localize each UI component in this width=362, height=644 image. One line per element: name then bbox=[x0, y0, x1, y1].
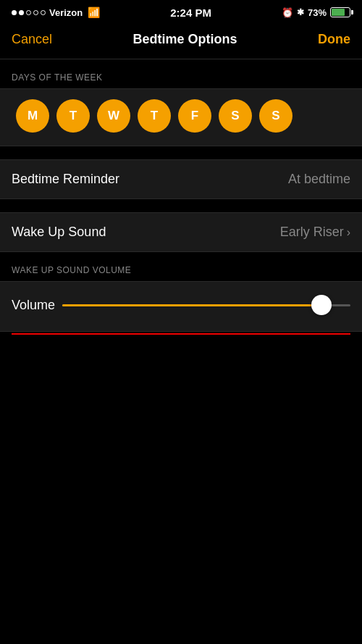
time-label: 2:24 PM bbox=[170, 7, 211, 19]
gap-1 bbox=[0, 146, 362, 159]
cancel-button[interactable]: Cancel bbox=[12, 32, 52, 47]
volume-section-label: WAKE UP SOUND VOLUME bbox=[0, 252, 362, 281]
carrier-label: Verizon bbox=[49, 7, 83, 18]
battery-percent: 73% bbox=[308, 7, 327, 18]
days-section-label: DAYS OF THE WEEK bbox=[0, 59, 362, 88]
day-circle-4[interactable]: F bbox=[178, 99, 211, 133]
days-row: MTWTFSS bbox=[12, 99, 350, 133]
status-bar: Verizon 📶 2:24 PM ⏰ ✱ 73% bbox=[0, 0, 362, 23]
day-circle-1[interactable]: T bbox=[56, 99, 90, 133]
signal-dot-3 bbox=[26, 10, 31, 15]
signal-dot-1 bbox=[12, 10, 17, 15]
signal-dot-2 bbox=[19, 10, 24, 15]
alarm-icon: ⏰ bbox=[282, 7, 293, 18]
battery-fill bbox=[332, 9, 345, 16]
volume-section: Volume bbox=[0, 281, 362, 332]
volume-label: Volume bbox=[12, 298, 55, 313]
chevron-right-icon: › bbox=[347, 226, 350, 239]
status-right: ⏰ ✱ 73% bbox=[282, 7, 350, 18]
day-circle-3[interactable]: T bbox=[138, 99, 171, 133]
bedtime-reminder-row[interactable]: Bedtime Reminder At bedtime bbox=[0, 159, 362, 199]
page-title: Bedtime Options bbox=[133, 32, 237, 47]
nav-bar: Cancel Bedtime Options Done bbox=[0, 23, 362, 59]
signal-dot-4 bbox=[33, 10, 38, 15]
slider-thumb[interactable] bbox=[311, 295, 332, 315]
signal-dots bbox=[12, 10, 46, 15]
bedtime-reminder-value: At bedtime bbox=[288, 172, 350, 187]
red-underline bbox=[12, 333, 350, 335]
battery-icon bbox=[330, 7, 350, 17]
status-left: Verizon 📶 bbox=[12, 7, 100, 18]
day-circle-0[interactable]: M bbox=[16, 99, 49, 133]
gap-2 bbox=[0, 199, 362, 212]
done-button[interactable]: Done bbox=[318, 32, 350, 47]
days-section: MTWTFSS bbox=[0, 88, 362, 146]
day-circle-6[interactable]: S bbox=[259, 99, 292, 133]
day-circle-5[interactable]: S bbox=[219, 99, 252, 133]
wake-up-sound-value: Early Riser › bbox=[280, 225, 350, 240]
day-circle-2[interactable]: W bbox=[97, 99, 130, 133]
bluetooth-icon: ✱ bbox=[297, 7, 304, 17]
wifi-icon: 📶 bbox=[88, 7, 100, 18]
wake-up-sound-label: Wake Up Sound bbox=[12, 225, 106, 240]
volume-slider-container[interactable]: Volume bbox=[12, 292, 350, 318]
signal-dot-5 bbox=[41, 10, 46, 15]
bedtime-reminder-label: Bedtime Reminder bbox=[12, 172, 119, 187]
wake-up-sound-row[interactable]: Wake Up Sound Early Riser › bbox=[0, 212, 362, 252]
slider-fill bbox=[62, 304, 321, 306]
